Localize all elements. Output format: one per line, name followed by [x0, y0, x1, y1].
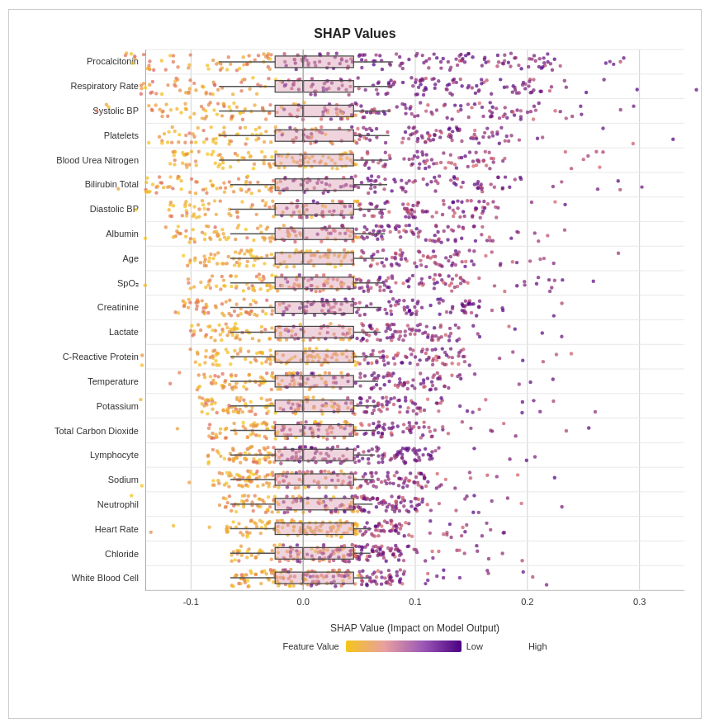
svg-point-4073: [288, 584, 291, 588]
svg-point-1496: [546, 234, 549, 237]
svg-point-1399: [446, 238, 449, 241]
svg-point-2962: [343, 420, 346, 423]
svg-point-1655: [222, 262, 225, 265]
svg-point-1046: [407, 179, 410, 182]
svg-point-2932: [219, 427, 222, 430]
svg-point-2867: [232, 422, 235, 425]
svg-point-2851: [367, 423, 371, 426]
svg-point-891: [417, 167, 420, 170]
svg-point-3696: [382, 530, 386, 533]
svg-point-3367: [226, 501, 230, 504]
svg-point-2116: [362, 324, 365, 327]
svg-point-1264: [251, 203, 254, 206]
svg-point-865: [240, 156, 244, 159]
svg-point-2077: [234, 322, 237, 325]
svg-point-1820: [523, 280, 526, 283]
svg-point-1657: [252, 264, 255, 267]
svg-point-3288: [376, 478, 380, 481]
svg-point-1311: [407, 215, 410, 219]
svg-point-728: [485, 126, 489, 130]
svg-point-4016: [386, 581, 390, 584]
svg-point-71: [160, 59, 163, 62]
svg-point-1631: [422, 254, 425, 258]
svg-point-2709: [520, 411, 523, 414]
svg-point-1762: [187, 281, 190, 285]
legend-low-label: Low: [466, 641, 483, 651]
svg-point-3862: [258, 548, 262, 551]
svg-point-1933: [369, 302, 372, 305]
svg-point-3315: [374, 471, 377, 475]
svg-point-3044: [258, 458, 261, 461]
svg-point-352: [480, 82, 483, 85]
svg-point-4045: [361, 579, 364, 583]
svg-point-3924: [426, 579, 429, 582]
svg-point-483: [445, 116, 448, 120]
svg-point-131: [152, 68, 155, 71]
svg-point-630: [187, 131, 191, 135]
svg-point-3008: [304, 445, 307, 448]
svg-point-3484: [218, 503, 221, 507]
svg-point-3114: [389, 458, 392, 461]
svg-point-2806: [396, 424, 400, 428]
svg-point-2043: [246, 311, 249, 314]
svg-point-578: [267, 111, 271, 115]
svg-point-2847: [376, 431, 380, 434]
svg-point-821: [194, 163, 197, 167]
svg-point-3649: [245, 530, 248, 533]
svg-point-3888: [476, 550, 479, 553]
svg-point-2678: [139, 398, 142, 401]
svg-point-1420: [320, 239, 323, 243]
svg-point-2949: [401, 430, 405, 433]
svg-point-1486: [362, 237, 366, 240]
svg-point-1558: [209, 253, 212, 256]
svg-point-1156: [480, 211, 484, 215]
svg-point-1175: [197, 215, 201, 218]
svg-point-2502: [378, 387, 381, 390]
svg-point-737: [202, 140, 206, 144]
svg-point-139: [540, 66, 543, 69]
svg-point-1483: [462, 227, 465, 230]
svg-point-2391: [260, 362, 263, 365]
svg-point-2091: [560, 335, 563, 338]
svg-point-3806: [406, 545, 409, 548]
svg-point-2732: [439, 396, 443, 399]
svg-point-1839: [219, 287, 222, 291]
svg-point-1632: [202, 254, 206, 258]
svg-point-2559: [428, 388, 432, 391]
svg-point-2836: [461, 420, 464, 423]
svg-point-1798: [438, 273, 442, 277]
svg-point-558: [408, 106, 411, 110]
svg-point-2413: [434, 355, 438, 358]
svg-point-3860: [253, 556, 257, 560]
svg-point-1381: [187, 240, 191, 243]
svg-point-1049: [201, 188, 205, 191]
svg-point-3436: [225, 497, 228, 500]
svg-point-942: [235, 154, 239, 157]
svg-point-3522: [465, 494, 468, 498]
svg-point-2160: [409, 332, 412, 335]
svg-point-615: [350, 125, 353, 129]
svg-point-1211: [170, 215, 173, 218]
svg-point-1718: [222, 278, 225, 281]
svg-point-840: [484, 150, 487, 154]
plot-svg: -0.10.00.10.20.3: [146, 50, 684, 590]
svg-point-1126: [176, 177, 179, 180]
svg-point-2572: [222, 385, 225, 388]
svg-point-2162: [225, 326, 229, 329]
svg-point-577: [381, 110, 385, 113]
svg-point-650: [370, 129, 373, 132]
svg-point-3126: [381, 453, 384, 456]
svg-point-1577: [424, 265, 428, 268]
svg-point-3958: [395, 574, 399, 577]
svg-point-2286: [386, 355, 389, 358]
svg-point-806: [430, 158, 433, 161]
svg-point-1444: [221, 232, 225, 235]
svg-point-3851: [394, 548, 397, 551]
svg-point-1113: [211, 184, 214, 187]
svg-point-3324: [409, 471, 412, 475]
svg-point-2411: [205, 349, 208, 352]
svg-point-4003: [253, 573, 257, 576]
svg-point-794: [252, 167, 255, 170]
svg-point-2868: [390, 421, 394, 424]
svg-point-1282: [412, 215, 415, 219]
